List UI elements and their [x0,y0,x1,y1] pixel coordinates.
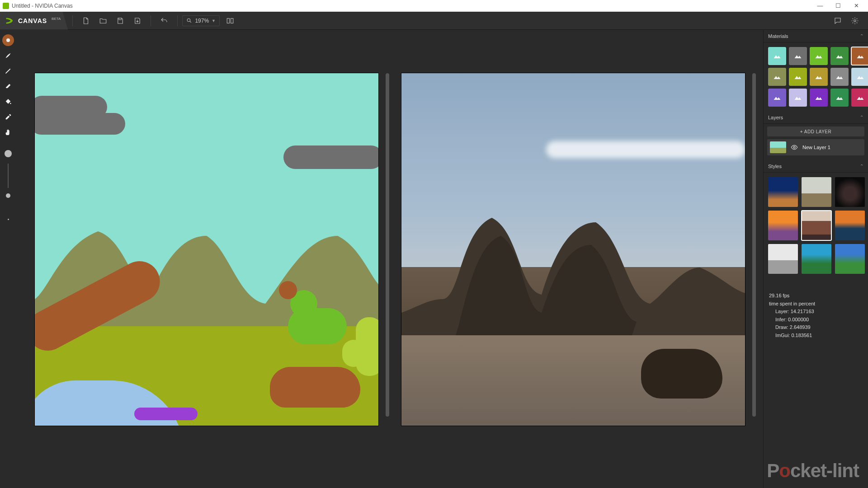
layers-title: Layers [768,115,783,120]
output-pane [396,73,750,479]
svg-point-5 [10,103,11,104]
save-icon [116,17,124,25]
svg-point-4 [6,38,10,42]
topbar: CANVAS BETA 197% ▼ [0,12,868,30]
material-cloud[interactable] [789,47,807,65]
nvidia-logo-icon [5,16,14,26]
zoom-value: 197% [195,18,209,24]
style-4[interactable] [768,211,798,240]
styles-panel-header[interactable]: Styles ⌃ [764,160,868,173]
sidebar: Materials ⌃ Layers ⌃ + ADD LAYER New Lay… [763,30,868,488]
pencil-icon [5,67,12,75]
tool-column [0,30,16,488]
material-mountain[interactable] [768,68,786,86]
material-hill[interactable] [830,47,849,65]
style-6[interactable] [835,211,865,240]
brush-size-max[interactable] [5,150,12,157]
export-button[interactable] [132,15,143,27]
tool-pencil[interactable] [2,65,14,77]
output-mountains [401,209,745,335]
material-tree[interactable] [789,68,807,86]
tool-material-picker[interactable] [2,34,14,46]
svg-point-3 [854,19,856,22]
bucket-icon [5,98,12,105]
tool-pan[interactable] [2,127,14,138]
hand-icon [5,129,12,136]
folder-icon [99,17,107,25]
settings-button[interactable] [849,15,861,27]
save-button[interactable] [114,15,126,27]
brush-size-min[interactable] [8,219,9,220]
stat-infer: Infer: 0.000000 [769,316,863,324]
output-vertical-scrollbar[interactable] [752,73,756,426]
stage [16,30,763,488]
material-water[interactable] [768,89,786,107]
stat-layer: Layer: 14.217163 [769,308,863,316]
app-name: CANVAS [18,17,47,24]
brand: CANVAS BETA [0,12,68,30]
app-icon [3,3,9,9]
layer-name: New Layer 1 [802,145,830,150]
svg-rect-1 [227,18,229,23]
eyedropper-icon [5,113,12,121]
feedback-button[interactable] [832,15,844,27]
chevron-up-icon: ⌃ [860,164,863,169]
material-bush[interactable] [830,89,849,107]
comment-icon [834,17,842,25]
style-3[interactable] [835,177,865,207]
open-file-button[interactable] [97,15,109,27]
input-pane [30,73,383,479]
zoom-control[interactable]: 197% ▼ [182,15,220,26]
input-vertical-scrollbar[interactable] [386,73,389,426]
chevron-down-icon: ▼ [212,19,216,23]
tool-brush[interactable] [2,50,14,61]
style-5[interactable] [802,211,831,240]
new-file-button[interactable] [80,15,92,27]
undo-button[interactable] [158,15,170,27]
stat-heading: time spent in percent [769,300,863,308]
material-snow[interactable] [851,68,868,86]
window-close-button[interactable]: ✕ [847,2,865,9]
styles-title: Styles [768,164,782,169]
layer-thumbnail [770,141,786,153]
layers-panel-header[interactable]: Layers ⌃ [764,111,868,124]
material-sand[interactable] [810,68,828,86]
material-flower[interactable] [810,89,828,107]
add-layer-button[interactable]: + ADD LAYER [767,127,864,136]
brush-size-slider[interactable] [8,164,9,188]
visibility-icon[interactable] [791,144,798,151]
segmentation-canvas[interactable] [35,73,378,426]
style-7[interactable] [768,244,798,274]
output-canvas[interactable] [401,73,745,426]
chevron-up-icon: ⌃ [860,115,863,120]
material-icon [5,37,12,44]
magnifier-icon [186,18,192,23]
material-sky[interactable] [768,47,786,65]
material-fog[interactable] [789,89,807,107]
style-2[interactable] [802,177,831,207]
svg-rect-2 [231,18,233,23]
layer-row[interactable]: New Layer 1 [767,139,864,155]
window-minimize-button[interactable]: — [811,2,829,9]
materials-panel-header[interactable]: Materials ⌃ [764,30,868,42]
material-rock[interactable] [830,68,849,86]
compare-toggle-button[interactable] [224,15,236,27]
tool-eyedropper[interactable] [2,111,14,123]
material-dirt[interactable] [851,47,868,65]
materials-grid [764,42,868,111]
style-9[interactable] [835,244,865,274]
brush-size-handle[interactable] [6,193,10,198]
material-grass[interactable] [810,47,828,65]
material-road[interactable] [851,89,868,107]
style-1[interactable] [768,177,798,207]
materials-title: Materials [768,33,788,39]
tool-fill[interactable] [2,96,14,108]
stat-draw: Draw: 2.648939 [769,324,863,332]
style-8[interactable] [802,244,831,274]
tool-eraser[interactable] [2,80,14,92]
window-maximize-button[interactable]: ☐ [829,2,847,9]
app-beta-badge: BETA [52,17,61,21]
svg-point-0 [188,19,191,22]
undo-icon [160,17,168,25]
stat-fps: 29.16 fps [769,292,863,300]
